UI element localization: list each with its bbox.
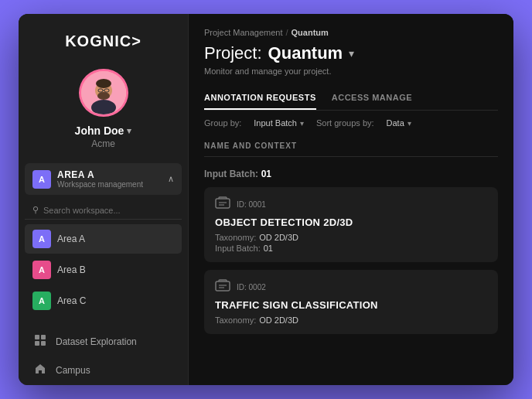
dataset-icon	[32, 334, 48, 349]
batch-value-1: 01	[264, 244, 273, 253]
breadcrumb: Project Management / Quantum	[204, 28, 498, 37]
search-icon: ⚲	[32, 205, 39, 215]
tab-annotation-requests[interactable]: ANNOTATION REQUESTS	[204, 87, 316, 110]
workspace-search-input[interactable]	[43, 206, 174, 215]
taxonomy-value-2: OD 2D/3D	[259, 315, 298, 325]
batch-label-1: Input Batch:	[215, 244, 261, 253]
sort-by-chevron: ▾	[408, 119, 411, 128]
area-label-b: Area B	[57, 264, 86, 275]
group-by-chevron: ▾	[300, 119, 304, 128]
input-batch-header: Input Batch: 01	[204, 165, 498, 187]
user-dropdown-chevron: ▾	[127, 126, 131, 136]
avatar	[79, 69, 128, 117]
sidebar-nav: Dataset Exploration Campus	[19, 320, 188, 385]
workspace-header[interactable]: A AREA A Workspace management ∧	[25, 163, 182, 195]
user-name: John Doe	[75, 124, 124, 137]
input-batch-label: Input Batch:	[204, 169, 258, 179]
workspace-name: AREA A	[57, 169, 143, 180]
main-content: Project Management / Quantum Project: Qu…	[189, 14, 513, 385]
dataset-label: Dataset Exploration	[56, 336, 137, 347]
sort-by-label: Sort groups by:	[316, 118, 374, 128]
filters-row: Group by: Input Batch ▾ Sort groups by: …	[189, 111, 513, 135]
task-card-2[interactable]: ID: 0002 TRAFFIC SIGN CLASSIFICATION Tax…	[204, 270, 498, 334]
area-list: A Area A A Area B A Area C	[19, 224, 188, 317]
main-header: Project Management / Quantum Project: Qu…	[189, 14, 513, 111]
workspace-sub: Workspace management	[57, 180, 143, 189]
workspace-collapse-icon: ∧	[168, 174, 174, 184]
svg-point-1	[91, 100, 116, 115]
area-item-a[interactable]: A Area A	[25, 224, 182, 254]
project-title-row: Project: Quantum ▾	[204, 43, 498, 63]
task-card-1[interactable]: ID: 0001 OBJECT DETECTION 2D/3D Taxonomy…	[204, 187, 498, 262]
workspace-badge: A	[32, 170, 51, 189]
project-name: Quantum	[268, 43, 343, 63]
logo-text: KOGNIC	[65, 32, 131, 50]
breadcrumb-separator: /	[286, 28, 288, 37]
sort-by-value[interactable]: Data ▾	[387, 118, 411, 128]
user-name-row[interactable]: John Doe ▾	[75, 124, 132, 137]
input-batch-value: 01	[261, 169, 271, 179]
breadcrumb-current: Quantum	[292, 28, 329, 37]
area-item-b[interactable]: A Area B	[25, 255, 182, 285]
area-badge-b: A	[32, 261, 51, 279]
app-container: KOGNIC> John Doe ▾ Acme	[19, 14, 513, 385]
svg-rect-11	[41, 341, 46, 346]
task-id-1: ID: 0001	[237, 200, 266, 209]
task-meta-2: Taxonomy: OD 2D/3D	[215, 315, 487, 325]
content-area: NAME AND CONTEXT Input Batch: 01	[189, 135, 513, 385]
tab-access-manage[interactable]: ACCESS MANAGE	[332, 87, 412, 110]
logo-chevron: >	[131, 32, 142, 50]
svg-rect-9	[41, 335, 46, 339]
tabs-row: ANNOTATION REQUESTS ACCESS MANAGE	[204, 87, 498, 111]
taxonomy-value-1: OD 2D/3D	[259, 233, 298, 242]
svg-point-3	[97, 92, 110, 100]
area-label-c: Area C	[57, 295, 86, 306]
sidebar-item-campus[interactable]: Campus	[25, 356, 182, 384]
logo: KOGNIC>	[65, 32, 142, 50]
project-description: Monitor and manage your project.	[204, 66, 498, 76]
sidebar-item-dataset[interactable]: Dataset Exploration	[25, 328, 182, 355]
sidebar: KOGNIC> John Doe ▾ Acme	[19, 14, 189, 385]
svg-rect-8	[35, 335, 39, 339]
campus-icon	[32, 363, 48, 377]
svg-point-4	[96, 79, 111, 88]
workspace-section: A AREA A Workspace management ∧ ⚲	[19, 163, 188, 224]
task-id-2: ID: 0002	[237, 283, 266, 292]
task-meta-1: Taxonomy: OD 2D/3D Input Batch: 01	[215, 233, 487, 253]
svg-rect-10	[35, 341, 39, 346]
taxonomy-label-1: Taxonomy:	[215, 233, 256, 242]
campus-label: Campus	[56, 365, 90, 376]
task-icon-2	[215, 279, 230, 295]
task-title-1: OBJECT DETECTION 2D/3D	[215, 217, 487, 228]
area-label-a: Area A	[57, 234, 85, 244]
project-dropdown-chevron[interactable]: ▾	[349, 47, 354, 60]
avatar-image	[81, 70, 126, 115]
area-badge-a: A	[32, 230, 51, 248]
project-label: Project:	[204, 43, 262, 63]
svg-rect-15	[216, 281, 230, 291]
group-by-label: Group by:	[204, 118, 241, 128]
column-name-context: NAME AND CONTEXT	[204, 142, 297, 150]
workspace-search-box[interactable]: ⚲	[25, 201, 182, 220]
taxonomy-label-2: Taxonomy:	[215, 315, 256, 325]
area-item-c[interactable]: A Area C	[25, 286, 182, 315]
column-header: NAME AND CONTEXT	[204, 135, 498, 157]
task-id-row-1: ID: 0001	[215, 196, 487, 212]
task-title-2: TRAFFIC SIGN CLASSIFICATION	[215, 299, 487, 311]
task-icon-1	[215, 196, 230, 212]
group-by-value[interactable]: Input Batch ▾	[254, 118, 304, 128]
breadcrumb-parent: Project Management	[204, 28, 283, 37]
task-id-row-2: ID: 0002	[215, 279, 487, 295]
area-badge-c: A	[32, 292, 51, 310]
svg-rect-12	[216, 199, 230, 208]
user-org: Acme	[91, 138, 115, 149]
